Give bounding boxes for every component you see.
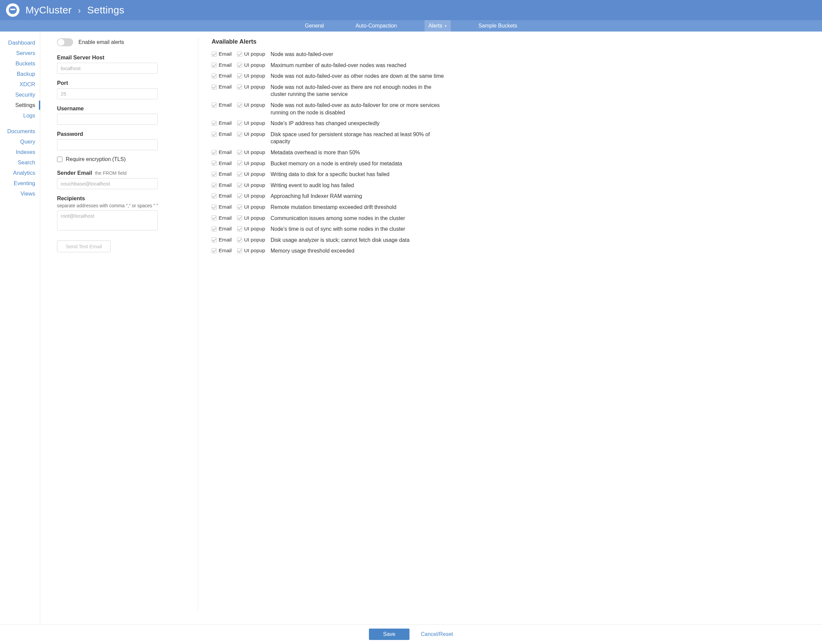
sidebar-item-documents[interactable]: Documents <box>0 126 40 136</box>
alert-popup-checkbox[interactable]: UI popup <box>237 247 265 254</box>
sidebar-item-indexes[interactable]: Indexes <box>0 147 40 157</box>
alert-email-checkbox[interactable]: Email <box>211 62 232 69</box>
sidebar-item-dashboard[interactable]: Dashboard <box>0 38 40 48</box>
tab-alerts-label: Alerts <box>429 23 442 29</box>
checkbox-icon <box>237 84 242 90</box>
alert-description: Remote mutation timestamp exceeded drift… <box>271 204 396 211</box>
tab-sample-buckets[interactable]: Sample Buckets <box>474 20 521 32</box>
alert-email-checkbox[interactable]: Email <box>211 51 232 58</box>
alert-popup-checkbox[interactable]: UI popup <box>237 102 265 109</box>
breadcrumb-chevron-icon: › <box>78 5 81 15</box>
password-input[interactable] <box>57 139 158 150</box>
alert-email-checkbox-label: Email <box>219 72 232 80</box>
alert-row: EmailUI popupNode was not auto-failed-ov… <box>211 84 446 98</box>
email-settings-form: Enable email alerts Email Server Host Po… <box>57 38 184 611</box>
alert-row: EmailUI popupMemory usage threshold exce… <box>211 247 446 255</box>
available-alerts-title: Available Alerts <box>211 38 446 45</box>
alert-popup-checkbox[interactable]: UI popup <box>237 171 265 178</box>
checkbox-icon <box>211 52 217 57</box>
alert-email-checkbox[interactable]: Email <box>211 102 232 109</box>
port-input[interactable] <box>57 88 158 99</box>
alert-popup-checkbox-label: UI popup <box>244 225 265 232</box>
alert-email-checkbox[interactable]: Email <box>211 182 232 189</box>
alert-popup-checkbox[interactable]: UI popup <box>237 160 265 167</box>
sidebar-item-eventing[interactable]: Eventing <box>0 178 40 189</box>
sender-input[interactable] <box>57 178 158 189</box>
alert-popup-checkbox-label: UI popup <box>244 193 265 199</box>
alert-email-checkbox[interactable]: Email <box>211 84 232 90</box>
alert-popup-checkbox-label: UI popup <box>244 160 265 167</box>
alert-email-checkbox[interactable]: Email <box>211 120 232 127</box>
tab-auto-compaction[interactable]: Auto-Compaction <box>352 20 401 32</box>
cancel-reset-button[interactable]: Cancel/Reset <box>421 631 453 637</box>
tab-alerts[interactable]: Alerts ▾ <box>425 20 451 32</box>
alert-email-checkbox[interactable]: Email <box>211 225 232 232</box>
host-input[interactable] <box>57 63 158 74</box>
checkbox-icon <box>211 74 217 78</box>
alert-email-checkbox[interactable]: Email <box>211 204 232 211</box>
alert-email-checkbox[interactable]: Email <box>211 72 232 80</box>
sidebar-item-views[interactable]: Views <box>0 189 40 199</box>
checkbox-icon <box>237 238 242 242</box>
sidebar-item-query[interactable]: Query <box>0 136 40 147</box>
alert-email-checkbox[interactable]: Email <box>211 247 232 254</box>
alert-popup-checkbox[interactable]: UI popup <box>237 193 265 199</box>
alert-popup-checkbox[interactable]: UI popup <box>237 120 265 127</box>
alert-email-checkbox-label: Email <box>219 247 232 254</box>
checkbox-icon <box>237 63 242 68</box>
sidebar-item-buckets[interactable]: Buckets <box>0 58 40 69</box>
checkbox-icon <box>211 150 217 155</box>
tab-general[interactable]: General <box>301 20 328 32</box>
cluster-name[interactable]: MyCluster <box>26 5 72 15</box>
sidebar-item-settings[interactable]: Settings <box>0 100 40 110</box>
recipients-input[interactable] <box>57 210 158 230</box>
alert-row: EmailUI popupNode was not auto-failed-ov… <box>211 102 446 116</box>
alert-popup-checkbox[interactable]: UI popup <box>237 72 265 80</box>
save-button[interactable]: Save <box>369 629 409 640</box>
alert-email-checkbox[interactable]: Email <box>211 236 232 244</box>
sidebar-item-search[interactable]: Search <box>0 157 40 168</box>
alert-email-checkbox[interactable]: Email <box>211 171 232 178</box>
username-input[interactable] <box>57 114 158 125</box>
checkbox-icon <box>237 215 242 220</box>
sidebar-item-xdcr[interactable]: XDCR <box>0 79 40 90</box>
alert-row: EmailUI popupDisk space used for persist… <box>211 131 446 145</box>
alert-email-checkbox[interactable]: Email <box>211 160 232 167</box>
sidebar-item-analytics[interactable]: Analytics <box>0 168 40 178</box>
sidebar-item-servers[interactable]: Servers <box>0 48 40 58</box>
enable-email-alerts-toggle[interactable] <box>57 38 73 46</box>
alert-email-checkbox-label: Email <box>219 225 232 232</box>
alert-popup-checkbox[interactable]: UI popup <box>237 225 265 232</box>
alert-popup-checkbox[interactable]: UI popup <box>237 84 265 90</box>
send-test-email-button[interactable]: Send Test Email <box>57 241 111 252</box>
alert-popup-checkbox[interactable]: UI popup <box>237 204 265 211</box>
alert-popup-checkbox[interactable]: UI popup <box>237 131 265 138</box>
username-label: Username <box>57 105 184 112</box>
tls-checkbox[interactable] <box>57 156 63 162</box>
checkbox-icon <box>237 161 242 166</box>
host-label: Email Server Host <box>57 54 184 61</box>
alert-popup-checkbox[interactable]: UI popup <box>237 149 265 156</box>
alert-email-checkbox[interactable]: Email <box>211 131 232 138</box>
alert-popup-checkbox[interactable]: UI popup <box>237 236 265 244</box>
checkbox-icon <box>211 205 217 210</box>
alert-description: Node was not auto-failed-over as there a… <box>271 84 446 98</box>
header: MyCluster › Settings <box>0 0 822 20</box>
alert-popup-checkbox[interactable]: UI popup <box>237 51 265 58</box>
alert-email-checkbox[interactable]: Email <box>211 149 232 156</box>
sidebar-item-security[interactable]: Security <box>0 90 40 100</box>
sidebar-item-logs[interactable]: Logs <box>0 110 40 121</box>
alert-description: Memory usage threshold exceeded <box>271 247 355 255</box>
alert-popup-checkbox[interactable]: UI popup <box>237 62 265 69</box>
sidebar-item-backup[interactable]: Backup <box>0 69 40 79</box>
alert-email-checkbox-label: Email <box>219 149 232 156</box>
alert-description: Bucket memory on a node is entirely used… <box>271 160 402 167</box>
checkbox-icon <box>211 63 217 68</box>
checkbox-icon <box>237 103 242 108</box>
alert-email-checkbox[interactable]: Email <box>211 215 232 222</box>
checkbox-icon <box>211 121 217 126</box>
alert-email-checkbox[interactable]: Email <box>211 193 232 199</box>
alert-popup-checkbox-label: UI popup <box>244 236 265 244</box>
alert-popup-checkbox[interactable]: UI popup <box>237 215 265 222</box>
alert-popup-checkbox[interactable]: UI popup <box>237 182 265 189</box>
